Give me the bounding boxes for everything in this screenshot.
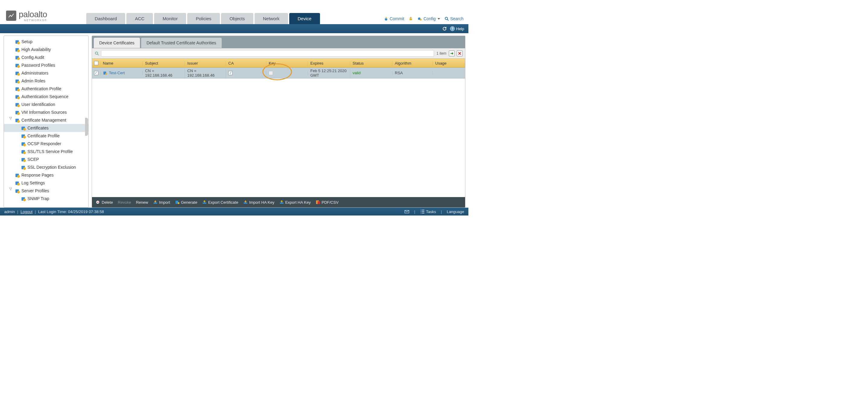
config-dropdown[interactable]: Config <box>417 16 440 21</box>
sidebar-item-authentication-profile[interactable]: Authentication Profile <box>4 85 88 93</box>
content-tab-default-trusted-certificate-authorities[interactable]: Default Trusted Certificate Authorities <box>141 38 222 48</box>
select-all-checkbox[interactable] <box>92 61 100 65</box>
import-ha-key-button[interactable]: Import HA Key <box>243 200 275 205</box>
sidebar-item-administrators[interactable]: Administrators <box>4 69 88 77</box>
primary-tab-device[interactable]: Device <box>289 13 320 24</box>
lock-open-icon[interactable] <box>408 16 413 21</box>
cell-algorithm: RSA <box>392 70 433 75</box>
sidebar-item-log-settings[interactable]: Log Settings <box>4 179 88 187</box>
snmp-icon <box>21 196 26 201</box>
pdf-csv-button[interactable]: PDF/CSV <box>315 200 338 205</box>
primary-tab-network[interactable]: Network <box>254 13 288 24</box>
delete-button[interactable]: Delete <box>96 200 113 205</box>
tasks-button[interactable]: Tasks <box>420 209 436 214</box>
sidebar-item-snmp-trap[interactable]: SNMP Trap <box>4 195 88 202</box>
brand-subtitle: NETWORKS® <box>19 19 47 22</box>
sidebar-item-label: Admin Roles <box>22 78 45 84</box>
log-icon <box>15 180 20 185</box>
sidebar-collapse-handle[interactable] <box>85 118 88 136</box>
sidebar-item-authentication-sequence[interactable]: Authentication Sequence <box>4 93 88 101</box>
delete-icon <box>96 200 100 204</box>
mail-icon[interactable] <box>404 209 409 214</box>
search-button[interactable]: Search <box>444 16 464 21</box>
sidebar-item-response-pages[interactable]: Response Pages <box>4 171 88 179</box>
sidebar-item-certificates[interactable]: Certificates <box>4 124 88 132</box>
primary-tab-dashboard[interactable]: Dashboard <box>86 13 125 24</box>
sidebar-item-vm-information-sources[interactable]: VM Information Sources <box>4 108 88 116</box>
magnify-doc-icon <box>15 55 20 60</box>
sidebar-item-ssl-decryption-exclusion[interactable]: SSL Decryption Exclusion <box>4 163 88 171</box>
config-icon <box>417 16 422 21</box>
renew-button[interactable]: Renew <box>136 200 148 205</box>
help-label: Help <box>456 27 464 31</box>
sidebar-item-password-profiles[interactable]: Password Profiles <box>4 61 88 69</box>
sidebar-item-ssl-tls-service-profile[interactable]: SSL/TLS Service Profile <box>4 148 88 155</box>
svg-rect-51 <box>97 202 99 202</box>
sidebar-item-label: Response Pages <box>22 172 54 178</box>
svg-point-28 <box>23 128 26 131</box>
pdf-icon <box>315 200 320 204</box>
certificate-name-link[interactable]: Test-Cert <box>103 70 125 76</box>
sidebar-item-ocsp-responder[interactable]: OCSP Responder <box>4 140 88 148</box>
table-row[interactable]: Test-CertCN = 192.168.168.46CN = 192.168… <box>92 67 465 79</box>
apply-filter-button[interactable] <box>449 50 455 56</box>
svg-point-40 <box>17 175 20 178</box>
filter-input[interactable] <box>101 50 434 57</box>
export-ha-icon <box>279 200 284 204</box>
sidebar-item-label: Config Audit <box>22 54 44 60</box>
cell-issuer: CN = 192.168.168.46 <box>185 68 226 78</box>
language-button[interactable]: Language <box>447 209 464 214</box>
svg-rect-56 <box>244 202 247 204</box>
sidebar-item-server-profiles[interactable]: Server Profiles <box>4 187 88 195</box>
column-key[interactable]: Key <box>266 61 308 65</box>
sidebar-item-admin-roles[interactable]: Admin Roles <box>4 77 88 85</box>
svg-point-14 <box>17 73 20 76</box>
sidebar-item-setup[interactable]: Setup <box>4 38 88 46</box>
column-issuer[interactable]: Issuer <box>185 61 226 65</box>
id-card-icon <box>15 102 20 107</box>
sidebar-item-label: Authentication Profile <box>22 86 61 92</box>
certificate-icon <box>21 125 26 131</box>
row-checkbox[interactable] <box>92 71 100 75</box>
commit-button[interactable]: Commit <box>384 16 404 21</box>
sidebar-item-user-identification[interactable]: User Identification <box>4 101 88 108</box>
ocsp-icon <box>21 141 26 146</box>
clear-filter-button[interactable] <box>457 50 463 56</box>
column-subject[interactable]: Subject <box>143 61 185 65</box>
logout-link[interactable]: Logout <box>21 209 33 214</box>
sidebar-item-label: SSL Decryption Exclusion <box>27 164 76 170</box>
export-certificate-button[interactable]: Export Certificate <box>202 200 238 205</box>
item-count: 1 item <box>436 51 446 56</box>
sidebar-item-scep[interactable]: SCEP <box>4 155 88 163</box>
column-expires[interactable]: Expires <box>308 61 350 65</box>
column-ca[interactable]: CA <box>226 61 266 65</box>
sidebar-item-config-audit[interactable]: Config Audit <box>4 53 88 61</box>
help-button[interactable]: ? Help <box>450 26 464 31</box>
sidebar-item-certificate-management[interactable]: Certificate Management <box>4 116 88 124</box>
svg-rect-59 <box>318 201 320 204</box>
sidebar-item-label: Server Profiles <box>22 188 49 194</box>
filter-search-icon[interactable] <box>94 51 99 56</box>
content-tab-device-certificates[interactable]: Device Certificates <box>94 38 140 48</box>
column-name[interactable]: Name <box>100 61 143 65</box>
column-status[interactable]: Status <box>350 61 392 65</box>
primary-tab-objects[interactable]: Objects <box>221 13 253 24</box>
column-usage[interactable]: Usage <box>433 61 465 65</box>
svg-point-24 <box>17 112 20 115</box>
sidebar-item-high-availability[interactable]: High Availability <box>4 46 88 53</box>
column-algorithm[interactable]: Algorithm <box>392 61 433 65</box>
sidebar-item-certificate-profile[interactable]: Certificate Profile <box>4 132 88 140</box>
svg-point-4 <box>445 17 447 20</box>
commit-icon <box>384 16 389 21</box>
svg-point-3 <box>420 19 422 21</box>
svg-rect-1 <box>409 19 412 20</box>
primary-tab-acc[interactable]: ACC <box>126 13 153 24</box>
import-button[interactable]: Import <box>153 200 170 205</box>
primary-tab-monitor[interactable]: Monitor <box>154 13 186 24</box>
svg-point-47 <box>95 52 98 54</box>
primary-tab-policies[interactable]: Policies <box>187 13 220 24</box>
sidebar-item-label: VM Information Sources <box>22 109 67 115</box>
refresh-icon[interactable] <box>442 26 447 31</box>
export-ha-key-button[interactable]: Export HA Key <box>279 200 311 205</box>
generate-button[interactable]: Generate <box>175 200 197 205</box>
